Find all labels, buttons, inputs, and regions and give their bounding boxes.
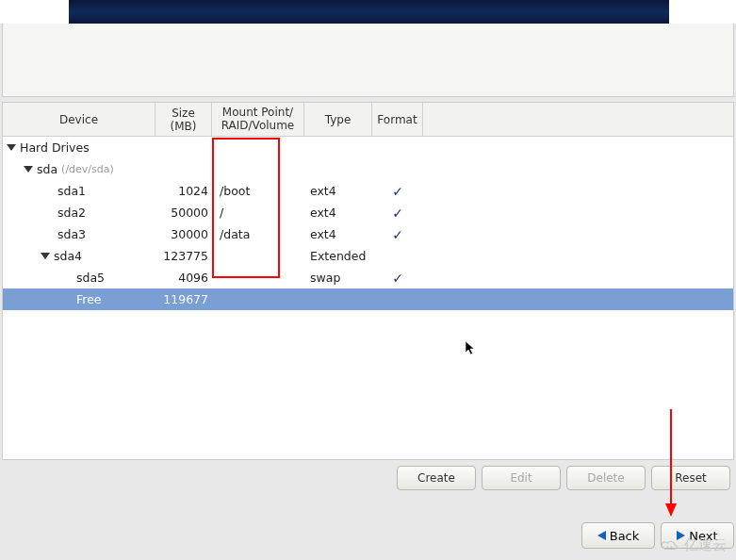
format-cell: ✓ xyxy=(372,271,423,286)
col-size[interactable]: Size(MB) xyxy=(155,103,212,136)
table-row[interactable]: sda4123775Extended xyxy=(3,245,733,267)
device-name: sda4 xyxy=(54,249,82,263)
reset-label: Reset xyxy=(675,471,707,485)
size-cell: 4096 xyxy=(155,271,212,285)
size-cell: 30000 xyxy=(155,227,212,241)
type-cell: ext4 xyxy=(304,206,372,220)
col-mount[interactable]: Mount Point/RAID/Volume xyxy=(212,103,304,136)
col-type[interactable]: Type xyxy=(304,103,372,136)
banner-strip xyxy=(0,0,736,24)
type-cell: ext4 xyxy=(304,184,372,198)
create-label: Create xyxy=(417,471,455,485)
table-row[interactable]: sda11024/bootext4✓ xyxy=(3,180,733,202)
mount-cell: /boot xyxy=(212,184,304,198)
format-cell: ✓ xyxy=(372,206,423,221)
format-cell: ✓ xyxy=(372,184,423,199)
format-cell: ✓ xyxy=(372,227,423,242)
disk-name: sda xyxy=(37,162,57,176)
wizard-nav-row: Back Next xyxy=(581,522,736,549)
type-cell: Extended xyxy=(304,249,372,263)
col-mount-l1: Mount Point/ xyxy=(222,107,293,119)
partition-button-row: Create Edit Delete Reset xyxy=(0,460,736,490)
delete-label: Delete xyxy=(587,471,624,485)
table-row[interactable]: sda330000/dataext4✓ xyxy=(3,223,733,245)
next-button[interactable]: Next xyxy=(661,522,734,549)
size-cell: 1024 xyxy=(155,184,212,198)
mount-cell: /data xyxy=(212,227,304,241)
edit-button: Edit xyxy=(482,466,561,490)
edit-label: Edit xyxy=(510,471,532,485)
col-device[interactable]: Device xyxy=(3,103,155,136)
chevron-down-icon[interactable] xyxy=(24,166,33,173)
size-cell: 50000 xyxy=(155,206,212,220)
type-cell: swap xyxy=(304,271,372,285)
chevron-down-icon[interactable] xyxy=(7,144,16,151)
col-format-label: Format xyxy=(377,113,417,126)
col-size-l1: Size xyxy=(172,107,195,120)
device-name: Free xyxy=(76,292,102,306)
disk-preview-area xyxy=(2,24,734,97)
col-device-label: Device xyxy=(59,113,98,126)
create-button[interactable]: Create xyxy=(397,466,476,490)
col-type-label: Type xyxy=(325,113,352,126)
col-size-l2: (MB) xyxy=(171,120,197,133)
banner xyxy=(69,0,669,24)
device-name: sda5 xyxy=(76,271,105,285)
table-header: Device Size(MB) Mount Point/RAID/Volume … xyxy=(3,103,733,137)
check-icon: ✓ xyxy=(392,271,403,286)
col-mount-l2: RAID/Volume xyxy=(221,120,295,132)
disk-path: (/dev/sda) xyxy=(61,163,114,175)
chevron-down-icon[interactable] xyxy=(41,253,50,259)
col-format[interactable]: Format xyxy=(372,103,423,136)
tree-disk-sda[interactable]: sda(/dev/sda) xyxy=(3,158,733,180)
back-button[interactable]: Back xyxy=(581,522,655,549)
partition-tree[interactable]: Hard Drives sda(/dev/sda) sda11024/boote… xyxy=(3,137,733,310)
next-label: Next xyxy=(689,529,717,543)
device-name: sda2 xyxy=(57,206,86,220)
size-cell: 119677 xyxy=(155,292,212,306)
mount-cell: / xyxy=(212,206,304,220)
check-icon: ✓ xyxy=(392,184,403,199)
arrow-left-icon xyxy=(597,531,606,540)
root-label: Hard Drives xyxy=(20,140,90,155)
back-label: Back xyxy=(610,529,640,543)
svg-marker-1 xyxy=(665,503,677,517)
table-row[interactable]: Free119677 xyxy=(3,288,733,310)
reset-button[interactable]: Reset xyxy=(651,466,730,490)
device-name: sda1 xyxy=(57,184,86,198)
size-cell: 123775 xyxy=(155,249,212,263)
check-icon: ✓ xyxy=(392,206,403,221)
partition-panel: Device Size(MB) Mount Point/RAID/Volume … xyxy=(2,102,734,460)
type-cell: ext4 xyxy=(304,227,372,241)
arrow-right-icon xyxy=(677,531,685,540)
check-icon: ✓ xyxy=(392,227,403,242)
device-name: sda3 xyxy=(57,227,86,241)
tree-root-hard-drives[interactable]: Hard Drives xyxy=(3,137,733,158)
table-row[interactable]: sda54096swap✓ xyxy=(3,267,733,288)
delete-button: Delete xyxy=(566,466,646,490)
table-row[interactable]: sda250000/ext4✓ xyxy=(3,202,733,223)
